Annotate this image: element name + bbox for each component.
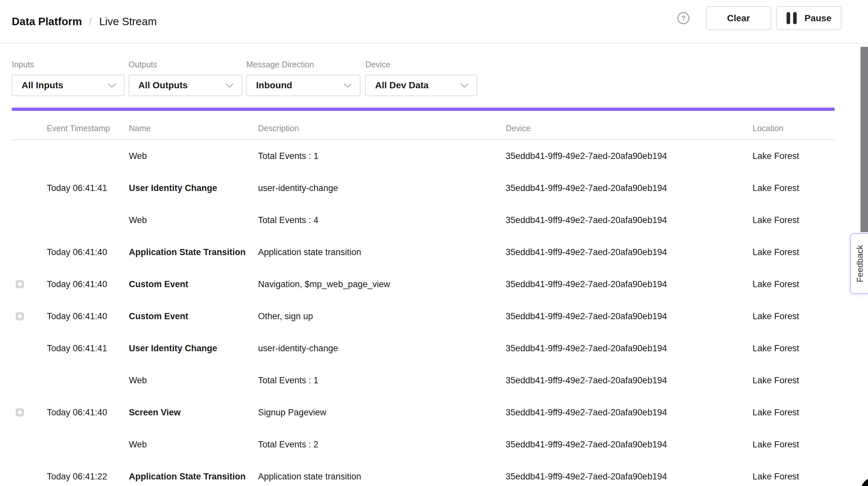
direction-dropdown-value: Inbound xyxy=(256,80,292,91)
table-row[interactable]: Web Total Events : 1 35eddb41-9ff9-49e2-… xyxy=(0,140,868,172)
cell-device: 35eddb41-9ff9-49e2-7aed-20afa90eb194 xyxy=(506,215,667,225)
cell-location: Lake Forest xyxy=(752,439,799,450)
cell-timestamp: Today 06:41:41 xyxy=(47,183,107,193)
device-dropdown-value: All Dev Data xyxy=(375,80,428,91)
cell-description: Application state transition xyxy=(258,472,361,482)
cell-name: Web xyxy=(129,439,147,450)
column-header-description: Description xyxy=(258,124,299,133)
cell-description: Signup Pageview xyxy=(258,407,327,418)
inputs-dropdown[interactable]: All Inputs xyxy=(12,74,125,96)
cell-description: Total Events : 1 xyxy=(258,375,318,386)
feedback-tab[interactable]: Feedback xyxy=(850,233,868,294)
outputs-dropdown[interactable]: All Outputs xyxy=(128,74,242,96)
breadcrumb-separator: / xyxy=(89,16,92,28)
cell-location: Lake Forest xyxy=(752,311,799,322)
cell-device: 35eddb41-9ff9-49e2-7aed-20afa90eb194 xyxy=(506,472,667,482)
cell-description: Other, sign up xyxy=(258,311,313,322)
table-row[interactable]: Today 06:41:40 Custom Event Other, sign … xyxy=(0,300,868,332)
clear-button-label: Clear xyxy=(727,13,750,24)
chevron-down-icon xyxy=(225,83,234,88)
cell-location: Lake Forest xyxy=(752,343,799,354)
help-icon[interactable]: ? xyxy=(677,12,689,24)
cell-device: 35eddb41-9ff9-49e2-7aed-20afa90eb194 xyxy=(506,183,667,193)
inputs-dropdown-value: All Inputs xyxy=(22,80,63,91)
cell-description: Total Events : 4 xyxy=(258,215,318,225)
cell-timestamp: Today 06:41:40 xyxy=(47,311,107,322)
expand-plus-icon[interactable] xyxy=(16,408,24,417)
table-row[interactable]: Web Total Events : 2 35eddb41-9ff9-49e2-… xyxy=(0,428,868,460)
cell-name: Application State Transition xyxy=(129,472,246,482)
table-row[interactable]: Web Total Events : 4 35eddb41-9ff9-49e2-… xyxy=(0,204,868,236)
column-header-name: Name xyxy=(129,124,151,133)
cell-device: 35eddb41-9ff9-49e2-7aed-20afa90eb194 xyxy=(506,439,667,450)
cell-name: User Identity Change xyxy=(129,183,217,193)
table-row[interactable]: Today 06:41:40 Custom Event Navigation, … xyxy=(0,268,868,300)
cell-location: Lake Forest xyxy=(752,247,799,257)
column-header-location: Location xyxy=(752,124,784,133)
live-stream-page: Data Platform / Live Stream ? Clear Paus… xyxy=(0,0,868,486)
cell-location: Lake Forest xyxy=(752,151,799,161)
table-row[interactable]: Today 06:41:22 Application State Transit… xyxy=(0,460,868,486)
cell-description: Navigation, $mp_web_page_view xyxy=(258,279,390,290)
cell-description: user-identity-change xyxy=(258,183,338,193)
cell-description: Application state transition xyxy=(258,247,361,257)
cell-name: Application State Transition xyxy=(129,247,246,257)
cell-description: user-identity-change xyxy=(258,343,338,354)
clear-button[interactable]: Clear xyxy=(706,6,771,30)
cell-location: Lake Forest xyxy=(752,472,799,482)
cell-name: Screen View xyxy=(129,407,181,418)
cell-timestamp: Today 06:41:40 xyxy=(47,407,107,418)
cell-device: 35eddb41-9ff9-49e2-7aed-20afa90eb194 xyxy=(506,311,667,322)
device-dropdown[interactable]: All Dev Data xyxy=(365,74,477,96)
cell-timestamp: Today 06:41:40 xyxy=(47,279,107,290)
cell-name: User Identity Change xyxy=(129,343,217,354)
cell-description: Total Events : 2 xyxy=(258,439,318,450)
cell-name: Web xyxy=(129,215,147,225)
page-header: Data Platform / Live Stream ? Clear Paus… xyxy=(0,0,868,43)
page-title: Live Stream xyxy=(99,16,157,28)
outputs-dropdown-value: All Outputs xyxy=(138,80,188,91)
direction-dropdown[interactable]: Inbound xyxy=(246,74,361,96)
cell-location: Lake Forest xyxy=(752,183,799,193)
cell-name: Custom Event xyxy=(129,311,188,322)
cell-location: Lake Forest xyxy=(752,215,799,225)
pause-button[interactable]: Pause xyxy=(776,6,841,30)
cell-name: Web xyxy=(129,375,147,386)
cell-device: 35eddb41-9ff9-49e2-7aed-20afa90eb194 xyxy=(506,151,667,161)
cell-device: 35eddb41-9ff9-49e2-7aed-20afa90eb194 xyxy=(506,407,667,418)
chevron-down-icon xyxy=(107,83,116,88)
table-body: Web Total Events : 1 35eddb41-9ff9-49e2-… xyxy=(0,140,868,486)
outputs-filter-label: Outputs xyxy=(128,60,157,69)
cell-device: 35eddb41-9ff9-49e2-7aed-20afa90eb194 xyxy=(506,247,667,257)
cell-device: 35eddb41-9ff9-49e2-7aed-20afa90eb194 xyxy=(506,375,667,386)
table-row[interactable]: Today 06:41:41 User Identity Change user… xyxy=(0,332,868,364)
pause-button-label: Pause xyxy=(805,13,832,24)
inputs-filter-label: Inputs xyxy=(12,60,34,69)
table-row[interactable]: Today 06:41:41 User Identity Change user… xyxy=(0,172,868,204)
cell-name: Web xyxy=(129,151,147,161)
cell-description: Total Events : 1 xyxy=(258,151,318,161)
expand-plus-icon[interactable] xyxy=(16,312,24,321)
chevron-down-icon xyxy=(343,83,352,88)
direction-filter-label: Message Direction xyxy=(246,60,314,69)
feedback-tab-label: Feedback xyxy=(855,245,865,282)
vertical-scrollbar-thumb[interactable] xyxy=(861,47,868,232)
cell-location: Lake Forest xyxy=(752,375,799,386)
device-filter-label: Device xyxy=(365,60,390,69)
breadcrumb: Data Platform / Live Stream xyxy=(12,0,157,43)
cell-device: 35eddb41-9ff9-49e2-7aed-20afa90eb194 xyxy=(506,279,667,290)
table-row[interactable]: Today 06:41:40 Application State Transit… xyxy=(0,236,868,268)
breadcrumb-section[interactable]: Data Platform xyxy=(12,16,82,28)
cell-timestamp: Today 06:41:40 xyxy=(47,247,107,257)
cell-device: 35eddb41-9ff9-49e2-7aed-20afa90eb194 xyxy=(506,343,667,354)
cell-location: Lake Forest xyxy=(752,279,799,290)
chevron-down-icon xyxy=(460,83,469,88)
table-row[interactable]: Today 06:41:40 Screen View Signup Pagevi… xyxy=(0,396,868,428)
table-row[interactable]: Web Total Events : 1 35eddb41-9ff9-49e2-… xyxy=(0,364,868,396)
pause-icon xyxy=(786,12,797,24)
cell-location: Lake Forest xyxy=(752,407,799,418)
expand-plus-icon[interactable] xyxy=(16,280,24,288)
cell-timestamp: Today 06:41:41 xyxy=(47,343,107,354)
cell-timestamp: Today 06:41:22 xyxy=(47,472,107,482)
column-header-device: Device xyxy=(506,124,530,133)
